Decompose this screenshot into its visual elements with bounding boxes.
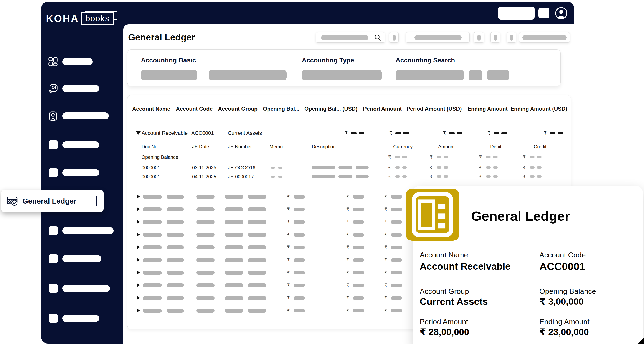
jcol-je-number: JE Number xyxy=(228,144,252,150)
accounting-search-button-small[interactable] xyxy=(468,70,482,80)
accounting-basic-label: Accounting Basic xyxy=(141,57,196,64)
field-label: Account Group xyxy=(420,287,469,295)
expand-caret-icon[interactable] xyxy=(136,270,140,275)
col-account-code: Account Code xyxy=(176,106,212,112)
rupee-symbol: ₹ xyxy=(389,130,392,136)
rupee-symbol: ₹ xyxy=(488,130,490,136)
expand-caret-icon[interactable] xyxy=(136,232,140,237)
ledger-book-icon xyxy=(406,189,459,241)
account-code: ACC0001 xyxy=(191,130,214,136)
rupee-symbol: ₹ xyxy=(345,130,348,136)
field-value: ₹ 28,00,000 xyxy=(420,327,469,337)
filter-button-3[interactable] xyxy=(490,32,500,43)
jcol-amount: Amount xyxy=(438,144,455,150)
expand-caret-icon[interactable] xyxy=(136,220,140,224)
filter-button-2[interactable] xyxy=(474,32,484,43)
contact-person-icon xyxy=(48,111,58,121)
jcol-doc-no: Doc.No. xyxy=(142,144,159,150)
col-opening-bal-usd: Opening Bal... (USD) xyxy=(304,106,358,112)
accounting-type-label: Accounting Type xyxy=(302,57,354,64)
sidebar-item-5[interactable] xyxy=(62,169,99,176)
general-ledger-icon xyxy=(7,195,18,207)
doc-no: 0000001 xyxy=(142,165,160,170)
rupee-symbol: ₹ xyxy=(544,130,546,136)
logo-text-primary: KOHA xyxy=(46,13,79,24)
sync-contact-icon xyxy=(48,84,58,93)
sidebar-item-7[interactable] xyxy=(62,227,114,234)
jcol-description: Description xyxy=(312,144,336,150)
header-icon-button[interactable] xyxy=(538,8,549,19)
sidebar-item-8-icon xyxy=(49,254,58,263)
account-group: Current Assets xyxy=(228,130,262,136)
sidebar-item-9-icon xyxy=(49,284,58,293)
expand-caret-icon[interactable] xyxy=(136,245,140,249)
account-name[interactable]: Account Receivable xyxy=(142,130,188,136)
sidebar-item-10-icon xyxy=(49,314,58,323)
jcol-credit: Credit xyxy=(534,144,546,150)
sidebar-item-2[interactable] xyxy=(62,85,99,92)
opening-balance-label: Opening Balance xyxy=(142,154,178,160)
search-placeholder-bar xyxy=(321,35,368,40)
field-label: Opening Balance xyxy=(539,287,596,295)
search-input[interactable] xyxy=(316,32,385,43)
collapse-caret-icon[interactable] xyxy=(136,131,141,135)
col-opening-bal: Opening Bal... xyxy=(263,106,300,112)
active-indicator-bar xyxy=(96,196,98,206)
jcol-currency: Currency xyxy=(393,144,412,150)
expand-caret-icon[interactable] xyxy=(136,258,140,262)
field-label: Account Code xyxy=(539,251,586,259)
sidebar-item-10[interactable] xyxy=(62,315,99,322)
accounting-search-button[interactable] xyxy=(487,70,509,80)
sidebar-item-5-icon xyxy=(49,168,58,177)
sidebar-item-general-ledger[interactable]: General Ledger xyxy=(1,190,104,212)
logo-text-secondary: books xyxy=(82,12,113,25)
accounting-search-label: Accounting Search xyxy=(396,57,455,64)
expand-caret-icon[interactable] xyxy=(136,207,140,211)
field-label: Account Name xyxy=(420,251,468,259)
doc-no: 0000001 xyxy=(142,174,160,180)
accounting-basic-select-2[interactable] xyxy=(209,70,286,80)
filter-button-4[interactable] xyxy=(507,32,516,43)
sidebar-item-9[interactable] xyxy=(62,285,110,292)
field-value: ACC0001 xyxy=(539,260,585,272)
ledger-tile xyxy=(406,189,459,241)
corner-decoration xyxy=(637,337,644,344)
field-value: ₹ 3,00,000 xyxy=(539,296,584,307)
field-label: Period Amount xyxy=(420,317,468,326)
sidebar-item-8[interactable] xyxy=(62,255,102,262)
sidebar-item-7-icon xyxy=(49,226,58,235)
expand-caret-icon[interactable] xyxy=(136,296,140,300)
filter-select-1[interactable] xyxy=(406,32,470,43)
field-value: Account Receivable xyxy=(420,261,510,272)
expand-caret-icon[interactable] xyxy=(136,283,140,287)
col-ending-amount-usd: Ending Amount (USD) xyxy=(510,106,567,112)
col-ending-amount: Ending Amount xyxy=(468,106,508,112)
sidebar-item-4-icon xyxy=(49,140,58,149)
sidebar-item-3[interactable] xyxy=(62,112,109,119)
sidebar-item-4[interactable] xyxy=(62,141,99,148)
rupee-symbol: ₹ xyxy=(443,130,446,136)
je-date: 03-11-2025 xyxy=(192,165,216,170)
je-number: JE-OOOO16 xyxy=(228,165,255,170)
je-number: JE-0000017 xyxy=(228,174,254,180)
col-period-amount: Period Amount xyxy=(363,106,402,112)
header-action-button[interactable] xyxy=(498,7,534,20)
jcol-debit: Debit xyxy=(490,144,501,150)
filter-button-1[interactable] xyxy=(389,32,399,43)
expand-caret-icon[interactable] xyxy=(136,308,140,313)
user-avatar[interactable] xyxy=(555,7,568,20)
field-label: Ending Amount xyxy=(539,317,590,326)
dashboard-icon xyxy=(48,57,58,67)
accounting-basic-select-1[interactable] xyxy=(141,70,197,80)
filter-select-2[interactable] xyxy=(519,32,570,43)
logo-frame: books xyxy=(82,14,113,23)
expand-caret-icon[interactable] xyxy=(136,194,140,199)
sidebar-item-1[interactable] xyxy=(62,58,93,65)
user-icon xyxy=(555,7,568,20)
page-title: General Ledger xyxy=(128,32,195,43)
screen: KOHA books xyxy=(0,0,644,344)
accounting-filter-panel xyxy=(127,49,560,86)
accounting-search-field[interactable] xyxy=(396,70,464,80)
accounting-type-select[interactable] xyxy=(302,70,382,80)
sidebar-item-label: General Ledger xyxy=(22,197,76,205)
